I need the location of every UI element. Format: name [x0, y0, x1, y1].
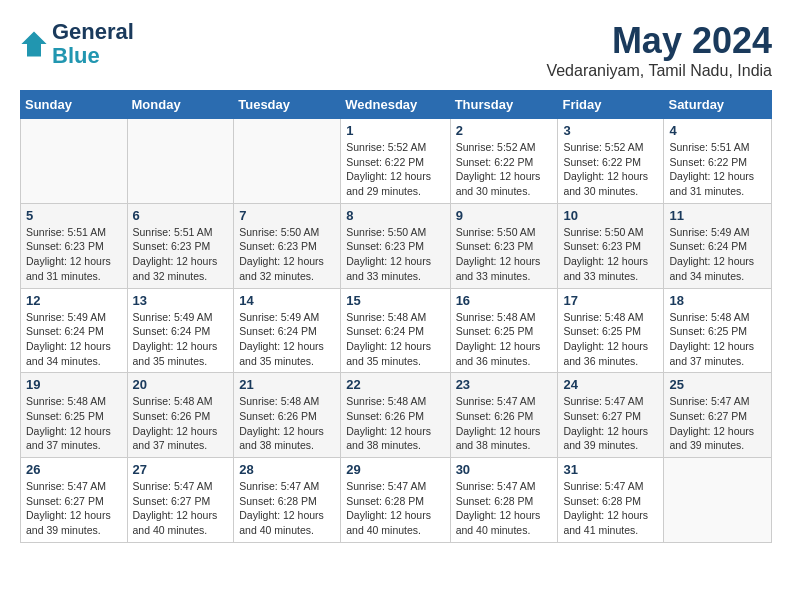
week-row-2: 5Sunrise: 5:51 AM Sunset: 6:23 PM Daylig… — [21, 203, 772, 288]
day-info: Sunrise: 5:47 AM Sunset: 6:27 PM Dayligh… — [563, 394, 658, 453]
day-number: 22 — [346, 377, 444, 392]
day-number: 30 — [456, 462, 553, 477]
day-number: 2 — [456, 123, 553, 138]
day-info: Sunrise: 5:49 AM Sunset: 6:24 PM Dayligh… — [669, 225, 766, 284]
week-row-1: 1Sunrise: 5:52 AM Sunset: 6:22 PM Daylig… — [21, 119, 772, 204]
calendar-cell: 29Sunrise: 5:47 AM Sunset: 6:28 PM Dayli… — [341, 458, 450, 543]
day-header-wednesday: Wednesday — [341, 91, 450, 119]
day-info: Sunrise: 5:49 AM Sunset: 6:24 PM Dayligh… — [239, 310, 335, 369]
day-number: 13 — [133, 293, 229, 308]
day-number: 16 — [456, 293, 553, 308]
day-header-saturday: Saturday — [664, 91, 772, 119]
day-number: 24 — [563, 377, 658, 392]
page-header: General Blue May 2024 Vedaraniyam, Tamil… — [20, 20, 772, 80]
day-info: Sunrise: 5:50 AM Sunset: 6:23 PM Dayligh… — [239, 225, 335, 284]
day-number: 20 — [133, 377, 229, 392]
day-header-sunday: Sunday — [21, 91, 128, 119]
day-number: 19 — [26, 377, 122, 392]
calendar-cell: 19Sunrise: 5:48 AM Sunset: 6:25 PM Dayli… — [21, 373, 128, 458]
day-number: 17 — [563, 293, 658, 308]
svg-marker-0 — [21, 32, 46, 57]
day-info: Sunrise: 5:47 AM Sunset: 6:28 PM Dayligh… — [239, 479, 335, 538]
day-number: 14 — [239, 293, 335, 308]
day-info: Sunrise: 5:48 AM Sunset: 6:26 PM Dayligh… — [239, 394, 335, 453]
day-info: Sunrise: 5:51 AM Sunset: 6:23 PM Dayligh… — [26, 225, 122, 284]
calendar-cell — [664, 458, 772, 543]
day-info: Sunrise: 5:48 AM Sunset: 6:25 PM Dayligh… — [669, 310, 766, 369]
logo: General Blue — [20, 20, 134, 68]
calendar-cell: 28Sunrise: 5:47 AM Sunset: 6:28 PM Dayli… — [234, 458, 341, 543]
day-info: Sunrise: 5:50 AM Sunset: 6:23 PM Dayligh… — [346, 225, 444, 284]
day-info: Sunrise: 5:47 AM Sunset: 6:28 PM Dayligh… — [563, 479, 658, 538]
day-info: Sunrise: 5:48 AM Sunset: 6:25 PM Dayligh… — [26, 394, 122, 453]
day-number: 23 — [456, 377, 553, 392]
calendar-cell: 8Sunrise: 5:50 AM Sunset: 6:23 PM Daylig… — [341, 203, 450, 288]
day-info: Sunrise: 5:48 AM Sunset: 6:25 PM Dayligh… — [563, 310, 658, 369]
day-number: 25 — [669, 377, 766, 392]
day-number: 10 — [563, 208, 658, 223]
day-info: Sunrise: 5:48 AM Sunset: 6:26 PM Dayligh… — [133, 394, 229, 453]
day-info: Sunrise: 5:52 AM Sunset: 6:22 PM Dayligh… — [563, 140, 658, 199]
day-number: 29 — [346, 462, 444, 477]
day-info: Sunrise: 5:50 AM Sunset: 6:23 PM Dayligh… — [563, 225, 658, 284]
day-header-thursday: Thursday — [450, 91, 558, 119]
calendar-cell: 30Sunrise: 5:47 AM Sunset: 6:28 PM Dayli… — [450, 458, 558, 543]
day-info: Sunrise: 5:50 AM Sunset: 6:23 PM Dayligh… — [456, 225, 553, 284]
day-number: 31 — [563, 462, 658, 477]
calendar-cell: 10Sunrise: 5:50 AM Sunset: 6:23 PM Dayli… — [558, 203, 664, 288]
calendar-cell: 26Sunrise: 5:47 AM Sunset: 6:27 PM Dayli… — [21, 458, 128, 543]
day-info: Sunrise: 5:52 AM Sunset: 6:22 PM Dayligh… — [346, 140, 444, 199]
logo-icon — [20, 30, 48, 58]
calendar-cell: 24Sunrise: 5:47 AM Sunset: 6:27 PM Dayli… — [558, 373, 664, 458]
day-info: Sunrise: 5:49 AM Sunset: 6:24 PM Dayligh… — [26, 310, 122, 369]
day-number: 4 — [669, 123, 766, 138]
calendar-cell — [127, 119, 234, 204]
calendar-cell: 1Sunrise: 5:52 AM Sunset: 6:22 PM Daylig… — [341, 119, 450, 204]
calendar-cell: 23Sunrise: 5:47 AM Sunset: 6:26 PM Dayli… — [450, 373, 558, 458]
calendar-cell: 5Sunrise: 5:51 AM Sunset: 6:23 PM Daylig… — [21, 203, 128, 288]
logo-text: General Blue — [52, 20, 134, 68]
day-info: Sunrise: 5:51 AM Sunset: 6:23 PM Dayligh… — [133, 225, 229, 284]
calendar-cell: 25Sunrise: 5:47 AM Sunset: 6:27 PM Dayli… — [664, 373, 772, 458]
day-number: 7 — [239, 208, 335, 223]
day-number: 9 — [456, 208, 553, 223]
day-number: 28 — [239, 462, 335, 477]
day-number: 1 — [346, 123, 444, 138]
day-info: Sunrise: 5:48 AM Sunset: 6:24 PM Dayligh… — [346, 310, 444, 369]
week-row-4: 19Sunrise: 5:48 AM Sunset: 6:25 PM Dayli… — [21, 373, 772, 458]
day-info: Sunrise: 5:47 AM Sunset: 6:27 PM Dayligh… — [26, 479, 122, 538]
day-info: Sunrise: 5:49 AM Sunset: 6:24 PM Dayligh… — [133, 310, 229, 369]
calendar-cell: 18Sunrise: 5:48 AM Sunset: 6:25 PM Dayli… — [664, 288, 772, 373]
day-number: 5 — [26, 208, 122, 223]
calendar-cell: 9Sunrise: 5:50 AM Sunset: 6:23 PM Daylig… — [450, 203, 558, 288]
day-number: 27 — [133, 462, 229, 477]
day-number: 12 — [26, 293, 122, 308]
day-info: Sunrise: 5:47 AM Sunset: 6:26 PM Dayligh… — [456, 394, 553, 453]
calendar-cell: 13Sunrise: 5:49 AM Sunset: 6:24 PM Dayli… — [127, 288, 234, 373]
calendar-cell: 20Sunrise: 5:48 AM Sunset: 6:26 PM Dayli… — [127, 373, 234, 458]
calendar-cell: 6Sunrise: 5:51 AM Sunset: 6:23 PM Daylig… — [127, 203, 234, 288]
calendar-cell: 2Sunrise: 5:52 AM Sunset: 6:22 PM Daylig… — [450, 119, 558, 204]
day-info: Sunrise: 5:48 AM Sunset: 6:25 PM Dayligh… — [456, 310, 553, 369]
calendar-cell — [21, 119, 128, 204]
calendar-cell: 27Sunrise: 5:47 AM Sunset: 6:27 PM Dayli… — [127, 458, 234, 543]
day-number: 11 — [669, 208, 766, 223]
calendar-cell: 4Sunrise: 5:51 AM Sunset: 6:22 PM Daylig… — [664, 119, 772, 204]
day-header-monday: Monday — [127, 91, 234, 119]
calendar-cell: 21Sunrise: 5:48 AM Sunset: 6:26 PM Dayli… — [234, 373, 341, 458]
day-header-tuesday: Tuesday — [234, 91, 341, 119]
day-number: 8 — [346, 208, 444, 223]
calendar-cell: 15Sunrise: 5:48 AM Sunset: 6:24 PM Dayli… — [341, 288, 450, 373]
day-info: Sunrise: 5:47 AM Sunset: 6:28 PM Dayligh… — [346, 479, 444, 538]
calendar-cell: 17Sunrise: 5:48 AM Sunset: 6:25 PM Dayli… — [558, 288, 664, 373]
day-number: 6 — [133, 208, 229, 223]
month-title: May 2024 — [546, 20, 772, 62]
calendar-cell: 16Sunrise: 5:48 AM Sunset: 6:25 PM Dayli… — [450, 288, 558, 373]
calendar-cell: 11Sunrise: 5:49 AM Sunset: 6:24 PM Dayli… — [664, 203, 772, 288]
week-row-5: 26Sunrise: 5:47 AM Sunset: 6:27 PM Dayli… — [21, 458, 772, 543]
week-row-3: 12Sunrise: 5:49 AM Sunset: 6:24 PM Dayli… — [21, 288, 772, 373]
day-number: 15 — [346, 293, 444, 308]
calendar-cell: 14Sunrise: 5:49 AM Sunset: 6:24 PM Dayli… — [234, 288, 341, 373]
day-info: Sunrise: 5:52 AM Sunset: 6:22 PM Dayligh… — [456, 140, 553, 199]
day-info: Sunrise: 5:47 AM Sunset: 6:27 PM Dayligh… — [669, 394, 766, 453]
